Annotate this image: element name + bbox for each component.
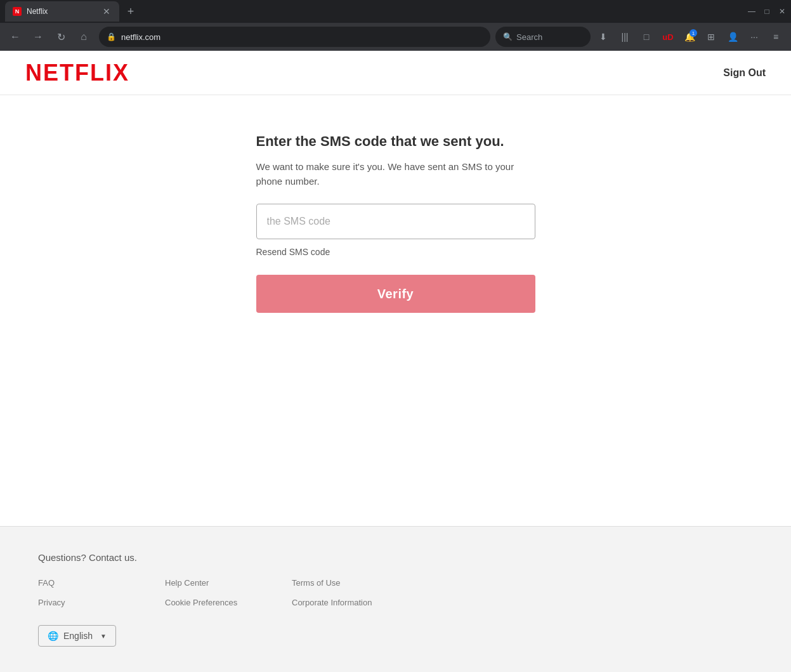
netflix-header: NETFLIX Sign Out (0, 51, 791, 95)
main-content: Enter the SMS code that we sent you. We … (0, 95, 791, 526)
form-description: We want to make sure it's you. We have s… (256, 160, 535, 188)
footer-link-privacy[interactable]: Privacy (38, 598, 165, 607)
menu-button[interactable]: ≡ (766, 27, 786, 47)
tab-close-button[interactable]: ✕ (101, 6, 112, 16)
tab-title: Netflix (27, 7, 96, 16)
form-container: Enter the SMS code that we sent you. We … (256, 133, 535, 313)
browser-tab[interactable]: N Netflix ✕ (5, 1, 119, 22)
search-placeholder: Search (516, 32, 542, 42)
footer-links: FAQ Help Center Terms of Use Privacy Coo… (38, 578, 419, 607)
browser-titlebar: N Netflix ✕ + — □ ✕ (0, 0, 791, 23)
notification-button[interactable]: 🔔 1 (679, 27, 700, 47)
footer-link-faq[interactable]: FAQ (38, 578, 165, 588)
url-text: netflix.com (121, 32, 483, 42)
minimize-button[interactable]: — (748, 8, 755, 15)
lock-icon: 🔒 (107, 32, 116, 41)
close-window-button[interactable]: ✕ (778, 8, 786, 15)
sign-out-button[interactable]: Sign Out (723, 67, 766, 79)
library-button[interactable]: ||| (615, 27, 635, 47)
extensions-red-button[interactable]: uD (658, 27, 678, 47)
refresh-button[interactable]: ↻ (51, 27, 71, 47)
grid-button[interactable]: ⊞ (701, 27, 721, 47)
footer-contact-text: Questions? Contact us. (38, 552, 753, 563)
resend-sms-link[interactable]: Resend SMS code (256, 247, 535, 257)
netflix-logo: NETFLIX (25, 60, 129, 86)
new-tab-button[interactable]: + (122, 3, 140, 20)
back-button[interactable]: ← (5, 27, 25, 47)
tab-favicon: N (13, 7, 22, 16)
download-button[interactable]: ⬇ (593, 27, 613, 47)
forward-button[interactable]: → (28, 27, 48, 47)
more-button[interactable]: ··· (744, 27, 764, 47)
footer-link-help-center[interactable]: Help Center (165, 578, 292, 588)
home-button[interactable]: ⌂ (74, 27, 94, 47)
verify-button[interactable]: Verify (256, 275, 535, 313)
footer-link-cookie[interactable]: Cookie Preferences (165, 598, 292, 607)
form-heading: Enter the SMS code that we sent you. (256, 133, 535, 150)
toolbar-icons: ⬇ ||| □ uD 🔔 1 ⊞ 👤 ··· ≡ (593, 27, 786, 47)
language-label: English (63, 631, 93, 641)
search-bar[interactable]: 🔍 Search (495, 27, 591, 47)
chevron-down-icon: ▼ (100, 633, 107, 640)
window-controls: — □ ✕ (748, 8, 786, 15)
page-content: NETFLIX Sign Out Enter the SMS code that… (0, 51, 791, 672)
footer-link-corporate[interactable]: Corporate Information (292, 598, 419, 607)
globe-icon: 🌐 (48, 631, 58, 641)
maximize-button[interactable]: □ (763, 8, 771, 15)
footer: Questions? Contact us. FAQ Help Center T… (0, 526, 791, 672)
browser-frame: N Netflix ✕ + — □ ✕ ← → ↻ ⌂ 🔒 netflix.co… (0, 0, 791, 51)
sms-code-input[interactable] (256, 204, 535, 239)
reader-button[interactable]: □ (636, 27, 657, 47)
footer-link-terms[interactable]: Terms of Use (292, 578, 419, 588)
language-selector[interactable]: 🌐 English ▼ (38, 625, 116, 647)
profile-button[interactable]: 👤 (722, 27, 743, 47)
url-bar[interactable]: 🔒 netflix.com (99, 27, 490, 47)
browser-toolbar: ← → ↻ ⌂ 🔒 netflix.com 🔍 Search ⬇ ||| □ u… (0, 23, 791, 51)
notification-badge: 1 (690, 29, 697, 37)
search-icon: 🔍 (503, 32, 513, 41)
